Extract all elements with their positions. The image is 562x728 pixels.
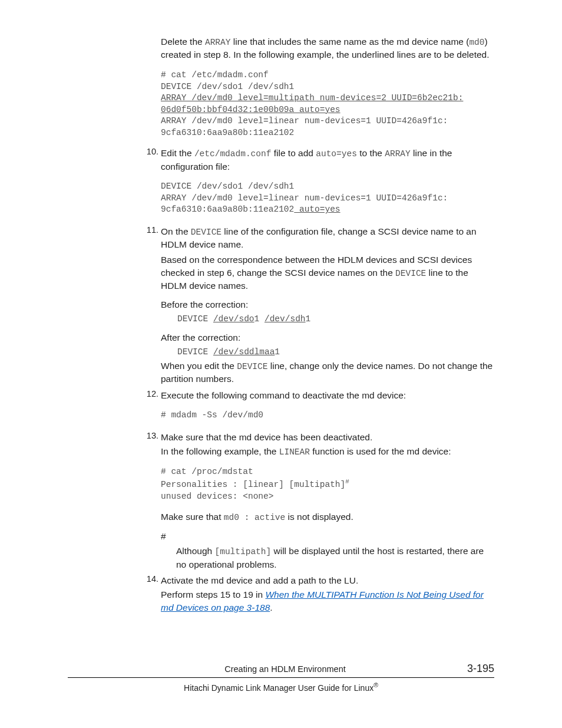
code-block-mdadm-conf: # cat /etc/mdadm.conf DEVICE /dev/sdo1 /…	[161, 70, 494, 139]
step-number: 12.	[141, 389, 161, 423]
step-10: 10. Edit the /etc/mdadm.conf file to add…	[68, 147, 494, 217]
page-number: 3-195	[467, 663, 494, 675]
step-14: 14. Activate the md device and add a pat…	[68, 574, 494, 614]
step-number: 14.	[141, 574, 161, 614]
before-correction: Before the correction: DEVICE /dev/sdo1 …	[161, 298, 494, 325]
footnote-marker: #	[161, 530, 494, 543]
step-12: 12. Execute the following command to dea…	[68, 389, 494, 423]
code-block-mdstat: # cat /proc/mdstat Personalities : [line…	[161, 466, 494, 503]
footnote-body: Although [multipath] will be displayed u…	[161, 545, 494, 571]
code-block-deactivate: # mdadm -Ss /dev/md0	[161, 410, 494, 421]
step-9-continuation: Delete the ARRAY line that includes the …	[68, 35, 494, 139]
step-number: 11.	[141, 225, 161, 386]
code-block-auto-yes: DEVICE /dev/sdo1 /dev/sdh1 ARRAY /dev/md…	[161, 181, 494, 216]
footer-guide-title: Hitachi Dynamic Link Manager User Guide …	[68, 681, 494, 693]
step-number: 10.	[141, 147, 161, 217]
step-13: 13. Make sure that the md device has bee…	[68, 431, 494, 571]
step-11: 11. On the DEVICE line of the configurat…	[68, 225, 494, 386]
page-footer: Creating an HDLM Environment 3-195 Hitac…	[68, 663, 494, 693]
intro-paragraph: Delete the ARRAY line that includes the …	[161, 35, 494, 61]
after-correction: After the correction: DEVICE /dev/sddlma…	[161, 331, 494, 358]
step-number: 13.	[141, 431, 161, 571]
footer-chapter-title: Creating an HDLM Environment	[103, 664, 467, 674]
